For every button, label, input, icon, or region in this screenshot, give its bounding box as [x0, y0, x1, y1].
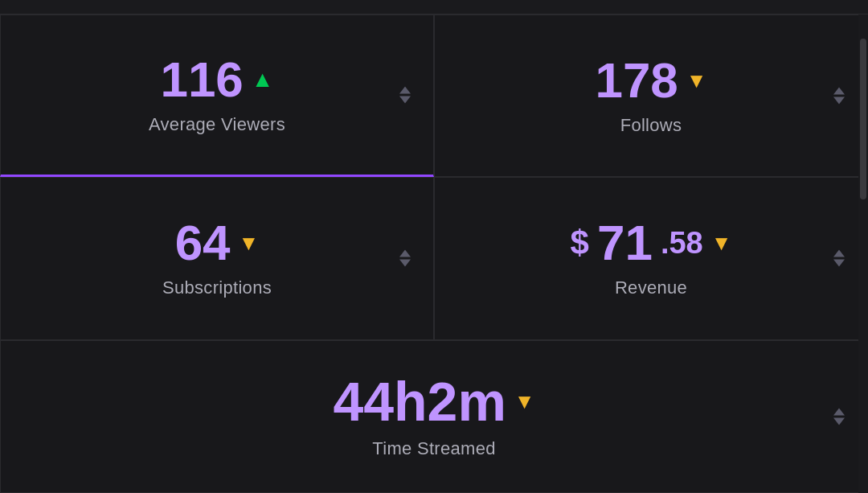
revenue-value: $71.58 ▼	[571, 218, 732, 268]
follows-number: 178	[595, 55, 678, 105]
revenue-label: Revenue	[615, 277, 687, 298]
sort-down-icon	[833, 97, 845, 105]
follows-card: 178 ▼ Follows	[434, 14, 868, 177]
time-streamed-label: Time Streamed	[372, 438, 495, 459]
sort-down-icon	[833, 260, 845, 267]
dashboard: 116 ▲ Average Viewers 178 ▼ Follows	[0, 14, 868, 493]
sort-up-icon	[833, 408, 845, 415]
time-streamed-number: 44h2m	[333, 374, 506, 429]
revenue-decimal: .58	[661, 228, 703, 258]
time-streamed-card: 44h2m ▼ Time Streamed	[0, 340, 868, 493]
average-viewers-trend-icon: ▲	[252, 68, 274, 91]
subscriptions-card: 64 ▼ Subscriptions	[0, 177, 434, 339]
top-bar	[0, 0, 868, 14]
average-viewers-value: 116 ▲	[160, 55, 273, 105]
follows-sort[interactable]	[833, 88, 845, 105]
revenue-card: $71.58 ▼ Revenue	[434, 177, 868, 339]
subscriptions-trend-icon: ▼	[239, 232, 260, 253]
time-streamed-value: 44h2m ▼	[333, 374, 534, 429]
sort-up-icon	[833, 250, 845, 257]
sort-down-icon	[399, 260, 411, 267]
sort-up-icon	[833, 88, 845, 95]
time-streamed-trend-icon: ▼	[514, 391, 535, 412]
revenue-number: 71	[597, 218, 653, 268]
subscriptions-label: Subscriptions	[162, 277, 272, 298]
time-streamed-sort[interactable]	[833, 408, 845, 425]
subscriptions-number: 64	[175, 218, 231, 268]
sort-up-icon	[399, 87, 411, 94]
average-viewers-sort[interactable]	[399, 87, 411, 104]
scrollbar[interactable]	[858, 14, 868, 493]
follows-value: 178 ▼	[595, 55, 706, 105]
average-viewers-number: 116	[160, 55, 243, 105]
revenue-currency-symbol: $	[571, 226, 589, 260]
sort-down-icon	[399, 97, 411, 104]
sort-up-icon	[399, 250, 411, 257]
revenue-sort[interactable]	[833, 250, 845, 267]
follows-trend-icon: ▼	[686, 70, 707, 91]
average-viewers-label: Average Viewers	[149, 114, 285, 135]
sort-down-icon	[833, 417, 845, 425]
scrollbar-thumb[interactable]	[860, 39, 866, 199]
revenue-trend-icon: ▼	[711, 232, 732, 253]
subscriptions-sort[interactable]	[399, 250, 411, 267]
follows-label: Follows	[620, 115, 682, 136]
subscriptions-value: 64 ▼	[175, 218, 260, 268]
average-viewers-card: 116 ▲ Average Viewers	[0, 14, 434, 177]
